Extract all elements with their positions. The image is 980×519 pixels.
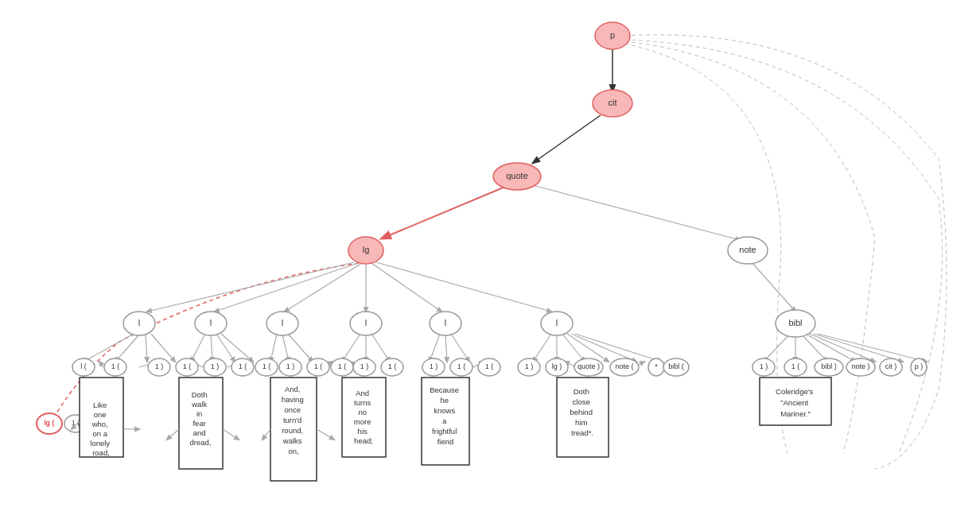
svg-line-15 bbox=[191, 334, 205, 362]
child-l3-1-label: 1 ) bbox=[286, 362, 295, 370]
svg-line-37 bbox=[806, 334, 855, 362]
svg-line-2 bbox=[382, 187, 505, 238]
svg-line-16 bbox=[211, 335, 212, 362]
svg-line-28 bbox=[533, 334, 551, 362]
child-l3-3-label: 1 ( bbox=[338, 362, 347, 370]
child-bibl-6-label: p ) bbox=[915, 362, 924, 370]
svg-line-3 bbox=[533, 185, 740, 240]
svg-line-20 bbox=[282, 335, 289, 362]
child-bottom-l-open-label: 1 ( bbox=[72, 419, 80, 427]
node-bibl-main-label: bibl bbox=[788, 318, 802, 327]
svg-line-6 bbox=[285, 263, 362, 312]
svg-line-39 bbox=[814, 334, 903, 362]
node-l2-label: l bbox=[210, 318, 212, 327]
svg-line-22 bbox=[342, 334, 360, 362]
text-like-one-content: Like one who, on a lonely road, bbox=[90, 401, 111, 457]
svg-line-26 bbox=[445, 335, 447, 362]
svg-line-10 bbox=[752, 262, 795, 312]
node-lg-main-label: lg bbox=[363, 245, 370, 254]
child-bibl-1-label: 1 ) bbox=[760, 362, 768, 370]
child-l6-3-label: quote ) bbox=[578, 362, 600, 370]
svg-line-21 bbox=[288, 334, 313, 362]
child-l4-1-label: 1 ) bbox=[360, 362, 369, 370]
child-l6-4-label: note ( bbox=[615, 362, 633, 370]
svg-line-57 bbox=[262, 429, 270, 440]
child-l6-5-label: * bbox=[655, 362, 658, 370]
text-and-having-content: And, having once turn'd round, walks on, bbox=[282, 385, 306, 455]
text-doth-close-content: Doth close behind him tread*. bbox=[570, 387, 594, 437]
svg-line-4 bbox=[147, 262, 354, 312]
svg-line-41 bbox=[99, 362, 103, 367]
node-cit-label: cit bbox=[609, 98, 617, 107]
node-note-label: note bbox=[739, 245, 756, 254]
svg-line-56 bbox=[223, 429, 239, 440]
svg-line-1 bbox=[533, 115, 601, 163]
child-l5-1-label: 1 ) bbox=[430, 362, 438, 370]
child-l5-2-label: 1 ( bbox=[457, 362, 466, 370]
child-l2-2-label: 1 ( bbox=[239, 362, 247, 370]
svg-line-58 bbox=[317, 429, 334, 440]
svg-line-55 bbox=[167, 429, 179, 440]
svg-line-14 bbox=[151, 334, 175, 362]
node-l4-label: l bbox=[365, 318, 367, 327]
svg-line-9 bbox=[376, 262, 551, 312]
node-l5-label: l bbox=[445, 318, 446, 327]
text-and-turns-content: And turns no more his head; bbox=[354, 389, 373, 445]
child-l6-1-label: 1 ) bbox=[525, 362, 534, 370]
svg-line-38 bbox=[810, 334, 875, 362]
child-l2-1-label: 1 ) bbox=[211, 362, 220, 370]
child-l1-4-label: 1 ( bbox=[183, 362, 192, 370]
node-l3-label: l bbox=[282, 318, 283, 327]
svg-line-13 bbox=[146, 334, 147, 362]
node-l1-label: l bbox=[138, 318, 140, 327]
svg-line-24 bbox=[371, 334, 390, 362]
child-l3-2-label: 1 ( bbox=[314, 362, 323, 370]
svg-line-12 bbox=[115, 335, 139, 362]
child-l2-3-label: 1 ( bbox=[262, 362, 271, 370]
child-l1-1-label: l ( bbox=[80, 362, 87, 370]
child-l5-3-label: 1 ( bbox=[485, 362, 494, 370]
child-bibl-3-label: bibl ) bbox=[821, 362, 837, 370]
child-l6-2-label: lg ) bbox=[552, 362, 562, 370]
svg-line-40 bbox=[818, 334, 927, 362]
text-coleridge-content: Coleridge's "Ancient Mariner." bbox=[776, 387, 815, 418]
svg-line-19 bbox=[270, 334, 277, 362]
svg-line-11 bbox=[84, 334, 134, 362]
child-bibl-4-label: note ) bbox=[851, 362, 869, 370]
svg-line-25 bbox=[430, 334, 440, 362]
svg-line-5 bbox=[215, 263, 358, 312]
node-lg-bottom-label: lg ( bbox=[45, 419, 55, 427]
child-bibl-2-label: 1 ( bbox=[791, 362, 800, 370]
svg-line-27 bbox=[451, 334, 469, 362]
child-l1-3-label: 1 ) bbox=[155, 362, 164, 370]
child-l6-6-label: bibl ( bbox=[668, 362, 684, 370]
node-l6-label: l bbox=[556, 318, 558, 327]
child-bibl-5-label: cit ) bbox=[885, 362, 897, 370]
node-quote-label: quote bbox=[506, 171, 528, 180]
node-p-label: p bbox=[610, 30, 615, 40]
child-l1-2-label: 1 ( bbox=[111, 362, 120, 370]
text-doth-walk-content: Doth walk in fear and dread, bbox=[190, 390, 212, 447]
child-l4-2-label: 1 ( bbox=[388, 362, 397, 370]
